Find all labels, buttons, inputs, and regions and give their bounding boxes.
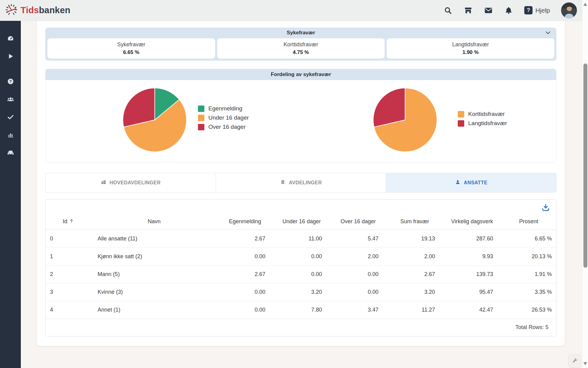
stat-card-value: 4.75 % bbox=[293, 49, 309, 56]
chevron-down-icon[interactable] bbox=[544, 29, 552, 36]
store-icon[interactable] bbox=[464, 6, 473, 15]
legend-item-egenmelding[interactable]: Egenmelding bbox=[198, 105, 249, 112]
cell-egenmelding: 2.67 bbox=[217, 265, 273, 283]
car-icon bbox=[7, 149, 14, 158]
city-icon bbox=[101, 179, 106, 186]
legend-swatch bbox=[198, 105, 204, 112]
cell-prosent: 1.91 % bbox=[501, 265, 556, 283]
column-header-id[interactable]: Id bbox=[46, 214, 92, 230]
legend-label: Korttidsfravær bbox=[468, 111, 505, 117]
table-row[interactable]: 4Annet (1)0.007.803.4711.2742.4726.53 % bbox=[46, 301, 556, 319]
column-header-under-16-dager[interactable]: Under 16 dager bbox=[273, 214, 330, 230]
legend-label: Under 16 dager bbox=[208, 114, 249, 121]
cell-under-16-dager: 0.00 bbox=[273, 247, 330, 265]
cell-egenmelding: 2.67 bbox=[217, 230, 273, 247]
legend-swatch bbox=[458, 120, 464, 127]
pie-slice-Over 16 dager bbox=[123, 88, 155, 127]
stat-card-label: Sykefravær bbox=[117, 41, 145, 48]
search-icon[interactable] bbox=[443, 6, 453, 15]
sykefravaer-panel-title: Sykefravær bbox=[287, 30, 315, 36]
wrench-icon bbox=[571, 357, 578, 365]
legend-item-korttidsfravær[interactable]: Korttidsfravær bbox=[458, 111, 507, 117]
main-content: Sykefravær Sykefravær 6.65 %Korttidsfrav… bbox=[37, 21, 565, 346]
tab-label: HOVEDAVDELINGER bbox=[110, 180, 161, 186]
bell-icon[interactable] bbox=[504, 6, 513, 15]
scrollbar-down-arrow[interactable] bbox=[583, 362, 587, 366]
column-header-prosent[interactable]: Prosent bbox=[501, 214, 556, 230]
cell-id: 2 bbox=[46, 265, 92, 283]
legend-item-under-16-dager[interactable]: Under 16 dager bbox=[198, 114, 249, 121]
building-icon bbox=[280, 179, 286, 186]
column-header-egenmelding[interactable]: Egenmelding bbox=[217, 214, 273, 230]
tab-avdelinger[interactable]: AVDELINGER bbox=[216, 173, 386, 192]
tab-hovedavdelinger[interactable]: HOVEDAVDELINGER bbox=[46, 173, 216, 192]
question-square-icon: ? bbox=[524, 6, 533, 14]
topbar: Tidsbanken ? Hjelp bbox=[0, 0, 588, 21]
column-header-sum-fravær[interactable]: Sum fravær bbox=[386, 214, 443, 230]
stat-card-label: Korttidsfravær bbox=[283, 41, 318, 48]
sidebar-item-users[interactable] bbox=[6, 96, 15, 104]
table-row[interactable]: 2Mann (5)2.670.000.002.67139.731.91 % bbox=[46, 265, 556, 283]
column-header-over-16-dager[interactable]: Over 16 dager bbox=[330, 214, 387, 230]
column-header-label: Over 16 dager bbox=[340, 218, 376, 225]
cell-virkelig-dagsverk: 9.93 bbox=[443, 247, 501, 265]
table-row[interactable]: 3Kvinne (3)0.003.200.003.2095.473.35 % bbox=[46, 283, 556, 301]
sidebar-item-check[interactable] bbox=[6, 113, 15, 121]
sidebar-item-tachometer[interactable] bbox=[6, 35, 15, 43]
cell-id: 1 bbox=[46, 247, 92, 265]
avatar[interactable] bbox=[561, 2, 577, 18]
pie-chart-short-long-term bbox=[372, 87, 438, 153]
column-header-label: Id bbox=[63, 218, 67, 225]
cell-virkelig-dagsverk: 287.60 bbox=[443, 230, 501, 247]
cell-under-16-dager: 3.20 bbox=[273, 283, 330, 301]
legend-label: Egenmelding bbox=[208, 105, 242, 112]
cell-virkelig-dagsverk: 95.47 bbox=[443, 283, 501, 301]
column-header-virkelig-dagsverk[interactable]: Virkelig dagsverk bbox=[443, 214, 501, 230]
cell-sum-fravær: 2.00 bbox=[386, 247, 443, 265]
mail-icon[interactable] bbox=[484, 6, 493, 15]
cell-id: 0 bbox=[46, 230, 92, 247]
svg-text:?: ? bbox=[9, 79, 12, 83]
settings-wrench-button[interactable] bbox=[568, 354, 581, 368]
column-header-label: Prosent bbox=[519, 218, 538, 225]
legend-label: Langtidsfravær bbox=[468, 120, 507, 127]
pie-slice-Langtidsfravær bbox=[373, 88, 405, 127]
cell-id: 4 bbox=[46, 301, 92, 319]
column-header-label: Navn bbox=[148, 218, 161, 225]
sidebar-item-car[interactable] bbox=[6, 149, 15, 157]
column-header-label: Under 16 dager bbox=[283, 218, 321, 225]
sidebar-item-chart-bar[interactable] bbox=[6, 131, 15, 139]
sidebar-item-play[interactable] bbox=[6, 53, 15, 61]
person-icon bbox=[455, 179, 461, 186]
stat-card-0: Sykefravær 6.65 % bbox=[47, 38, 215, 59]
legend-item-over-16-dager[interactable]: Over 16 dager bbox=[198, 124, 249, 130]
cell-navn: Mann (5) bbox=[92, 265, 217, 283]
scrollbar[interactable] bbox=[582, 0, 588, 368]
tab-ansatte[interactable]: ANSATTE bbox=[386, 173, 556, 192]
cell-sum-fravær: 11.27 bbox=[386, 301, 443, 319]
cell-prosent: 3.35 % bbox=[501, 283, 556, 301]
brand-name: Tidsbanken bbox=[21, 5, 70, 15]
cell-under-16-dager: 7.80 bbox=[273, 301, 330, 319]
scrollbar-thumb[interactable] bbox=[583, 63, 587, 268]
sidebar-item-question-circle[interactable]: ? bbox=[6, 78, 15, 86]
table-row[interactable]: 0Alle ansatte (11)2.6711.005.4719.13287.… bbox=[46, 230, 556, 247]
legend-item-langtidsfravær[interactable]: Langtidsfravær bbox=[458, 120, 507, 127]
scrollbar-up-arrow[interactable] bbox=[583, 2, 587, 6]
download-icon[interactable] bbox=[541, 203, 550, 212]
cell-prosent: 20.13 % bbox=[501, 247, 556, 265]
avatar-photo bbox=[561, 2, 577, 18]
help-button[interactable]: ? Hjelp bbox=[524, 6, 550, 14]
table-row[interactable]: 1Kjønn ikke satt (2)0.000.002.002.009.93… bbox=[46, 247, 556, 265]
legend-swatch bbox=[458, 111, 464, 117]
tachometer-icon bbox=[7, 35, 14, 44]
results-table-card: IdNavnEgenmeldingUnder 16 dagerOver 16 d… bbox=[45, 199, 556, 336]
legend-label: Over 16 dager bbox=[208, 124, 245, 130]
legend-swatch bbox=[198, 115, 204, 121]
pie-charts-area: Egenmelding Under 16 dager Over 16 dager… bbox=[46, 80, 556, 162]
column-header-label: Egenmelding bbox=[229, 218, 261, 225]
brand-logo[interactable]: Tidsbanken bbox=[0, 3, 70, 17]
column-header-navn[interactable]: Navn bbox=[92, 214, 217, 230]
table-footer-total-rows: Total Rows: 5 bbox=[46, 319, 556, 336]
tab-label: ANSATTE bbox=[464, 180, 487, 186]
